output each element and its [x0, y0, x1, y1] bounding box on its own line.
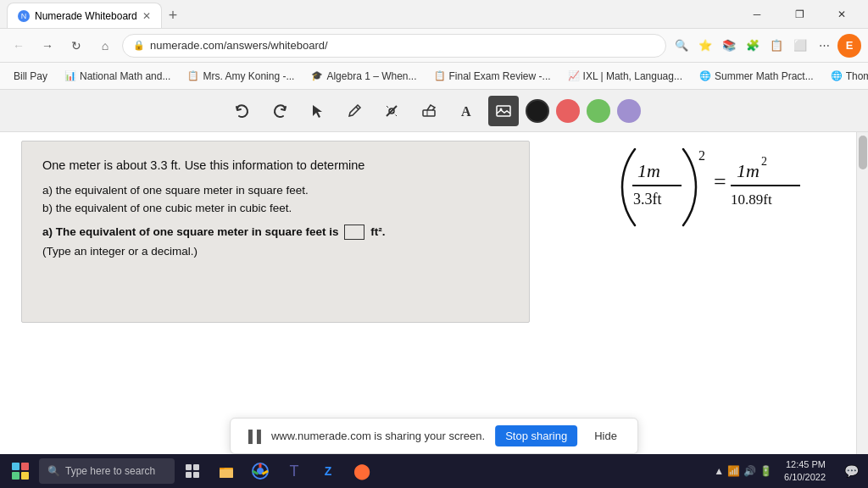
refresh-button[interactable]: ↻ [64, 34, 88, 58]
answer-note: (Type an integer or a decimal.) [42, 245, 509, 258]
bookmark-label: Final Exam Review -... [449, 70, 551, 82]
bookmark-label: Bill Pay [14, 70, 47, 82]
question-part-a: a) the equivalent of one square meter in… [42, 184, 509, 197]
svg-text:A: A [461, 104, 471, 119]
profile-avatar[interactable]: E [837, 34, 861, 58]
taskbar-zoom[interactable]: Z [312, 455, 344, 487]
svg-text:=: = [714, 169, 726, 194]
question-intro: One meter is about 3.3 ft. Use this info… [42, 158, 509, 172]
canvas-area[interactable]: One meter is about 3.3 ft. Use this info… [0, 132, 868, 454]
stop-sharing-button[interactable]: Stop sharing [495, 425, 577, 446]
url-text: numerade.com/answers/whiteboard/ [150, 39, 328, 52]
url-bar[interactable]: 🔒 numerade.com/answers/whiteboard/ [122, 34, 666, 58]
question-part-b: b) the equivalent of one cubic meter in … [42, 202, 509, 214]
new-tab-button[interactable]: + [162, 3, 185, 28]
tray-network-icon[interactable]: 📶 [727, 465, 740, 477]
taskbar-search[interactable]: 🔍 Type here to search [39, 458, 175, 484]
bookmark-icon: 📋 [187, 70, 199, 81]
taskbar-app-icons: T Z ⬤ [210, 455, 378, 487]
color-purple[interactable] [617, 99, 641, 123]
svg-text:2: 2 [761, 155, 767, 168]
bookmark-label: Thomastik-Infeld C... [846, 70, 868, 82]
hide-sharing-button[interactable]: Hide [587, 425, 624, 446]
split-icon[interactable]: ⬜ [790, 36, 810, 56]
sharing-banner: ▐▐ www.numerade.com is sharing your scre… [230, 418, 638, 454]
bookmark-summermath[interactable]: 🌐 Summer Math Pract... [693, 68, 821, 85]
bookmark-icon: 📊 [64, 70, 76, 81]
image-tool-button[interactable] [488, 96, 519, 126]
scrollbar-track[interactable] [856, 132, 868, 454]
close-button[interactable]: ✕ [822, 0, 861, 29]
color-red[interactable] [556, 99, 580, 123]
bookmark-amykoning[interactable]: 📋 Mrs. Amy Koning -... [181, 68, 301, 85]
bookmark-nationalmath[interactable]: 📊 National Math and... [58, 68, 177, 85]
bookmark-finalexam[interactable]: 📋 Final Exam Review -... [427, 68, 558, 85]
text-tool-button[interactable]: A [451, 96, 481, 126]
bookmark-billpay[interactable]: Bill Pay [7, 68, 54, 85]
redo-button[interactable] [264, 96, 295, 126]
address-bar: ← → ↻ ⌂ 🔒 numerade.com/answers/whiteboar… [0, 29, 868, 63]
bookmark-label: Mrs. Amy Koning -... [203, 70, 294, 82]
eraser-tool-button[interactable] [414, 96, 444, 126]
collections-icon[interactable]: 📚 [719, 36, 739, 56]
svg-rect-19 [193, 464, 199, 470]
clock-date: 6/10/2022 [784, 471, 826, 484]
active-tab[interactable]: N Numerade Whiteboard ✕ [7, 3, 162, 28]
answer-input-box [344, 225, 364, 240]
title-bar: N Numerade Whiteboard ✕ + ─ ❐ ✕ [0, 0, 868, 29]
bookmark-ixl[interactable]: 📈 IXL | Math, Languag... [561, 68, 689, 85]
svg-text:2: 2 [698, 148, 705, 163]
tab-close-button[interactable]: ✕ [142, 10, 151, 22]
restore-button[interactable]: ❐ [780, 0, 819, 29]
search-icon[interactable]: 🔍 [671, 36, 692, 56]
search-placeholder: Type here to search [65, 465, 155, 477]
start-button[interactable] [3, 456, 37, 486]
svg-rect-20 [186, 472, 192, 478]
taskbar-teams[interactable]: T [278, 455, 310, 487]
svg-text:10.89ft: 10.89ft [731, 191, 772, 208]
bookmark-thomastik[interactable]: 🌐 Thomastik-Infeld C... [824, 68, 868, 85]
undo-button[interactable] [227, 96, 258, 126]
bookmark-icon: 🌐 [831, 70, 843, 81]
minimize-button[interactable]: ─ [737, 0, 776, 29]
windows-logo-icon [12, 463, 29, 480]
taskbar-file-explorer[interactable] [210, 455, 242, 487]
taskbar-app5[interactable]: ⬤ [346, 455, 378, 487]
home-button[interactable]: ⌂ [93, 34, 117, 58]
pen-tool-button[interactable] [339, 96, 370, 126]
bookmark-icon: 🌐 [699, 70, 711, 81]
taskbar-chrome[interactable] [244, 455, 276, 487]
bookmark-icon: 🎓 [311, 70, 323, 81]
answer-line: a) The equivalent of one square meter in… [42, 225, 509, 240]
window-controls: ─ ❐ ✕ [737, 0, 861, 29]
system-clock[interactable]: 12:45 PM 6/10/2022 [777, 458, 832, 485]
tray-battery-icon[interactable]: 🔋 [760, 465, 772, 477]
system-tray: ▲ 📶 🔊 🔋 [714, 465, 772, 477]
favorites-icon[interactable]: ⭐ [695, 36, 715, 56]
color-black[interactable] [526, 99, 549, 123]
svg-text:1m: 1m [637, 160, 660, 181]
tray-arrow-icon[interactable]: ▲ [714, 465, 724, 477]
bookmark-label: Algebra 1 – When... [326, 70, 416, 82]
bookmark-label: IXL | Math, Languag... [583, 70, 682, 82]
forward-button[interactable]: → [36, 34, 59, 58]
svg-rect-7 [497, 106, 510, 116]
settings-icon[interactable]: ⋯ [814, 36, 834, 56]
extensions-icon[interactable]: 🧩 [743, 36, 763, 56]
bookmark-algebra[interactable]: 🎓 Algebra 1 – When... [304, 68, 423, 85]
screenshare-icon[interactable]: 📋 [766, 36, 787, 56]
address-icons: 🔍 ⭐ 📚 🧩 📋 ⬜ ⋯ E [671, 34, 861, 58]
tools-button[interactable] [376, 96, 407, 126]
back-button[interactable]: ← [7, 34, 31, 58]
color-green[interactable] [587, 99, 610, 123]
clock-time: 12:45 PM [784, 458, 826, 471]
task-view-button[interactable] [176, 455, 209, 487]
tab-area: N Numerade Whiteboard ✕ + [7, 0, 184, 28]
lock-icon: 🔒 [133, 40, 145, 51]
select-tool-button[interactable] [302, 96, 332, 126]
scrollbar-thumb[interactable] [859, 136, 867, 169]
bookmark-label: National Math and... [80, 70, 170, 82]
tray-volume-icon[interactable]: 🔊 [743, 465, 756, 477]
bookmark-icon: 📈 [568, 70, 580, 81]
notification-button[interactable]: 💬 [837, 456, 865, 486]
